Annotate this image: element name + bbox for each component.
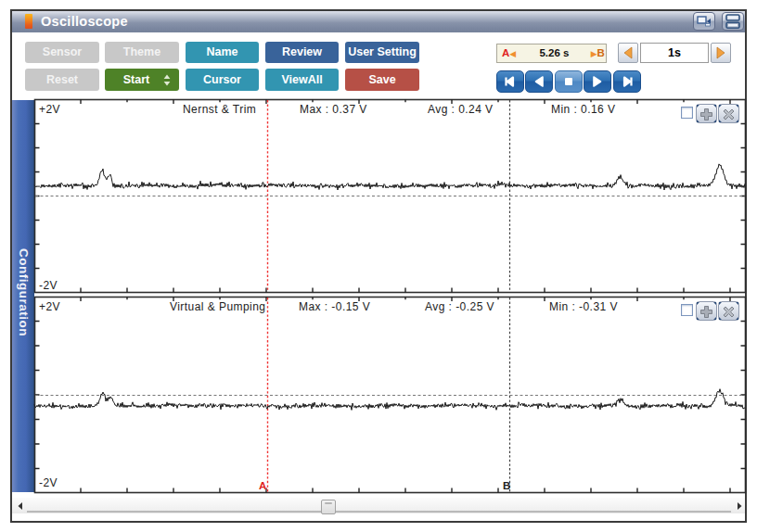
- svg-text:A: A: [259, 480, 266, 491]
- svg-text:B: B: [503, 480, 510, 491]
